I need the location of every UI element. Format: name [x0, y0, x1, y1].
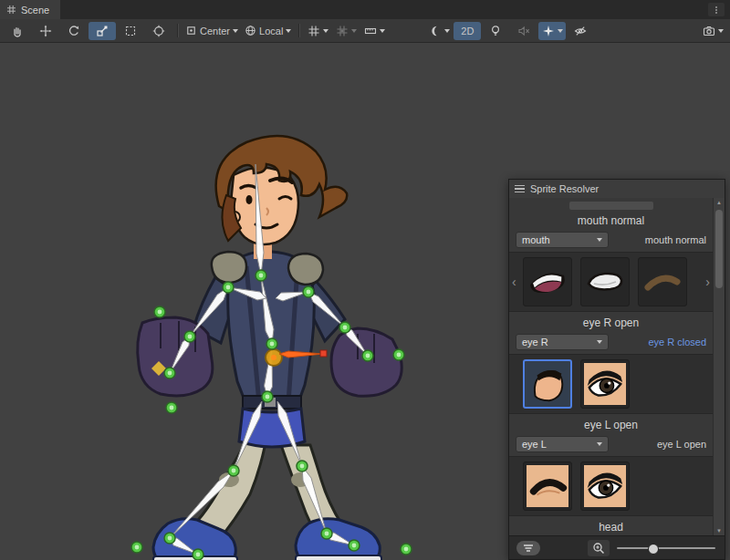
- tab-menu-button[interactable]: [708, 3, 725, 16]
- sprite-resolver-header[interactable]: Sprite Resolver: [509, 180, 725, 199]
- eye-r-selected-link[interactable]: eye R closed: [648, 337, 706, 347]
- toolbar-separator: [298, 24, 299, 37]
- chevron-down-icon: [558, 29, 563, 33]
- shaded-mode-icon: [429, 25, 442, 37]
- rotate-tool-button[interactable]: [60, 22, 88, 40]
- panel-menu-icon: [515, 185, 525, 193]
- rotate-icon: [68, 25, 80, 37]
- scene-lighting-toggle[interactable]: [482, 22, 509, 40]
- eye-l-thumbnail-strip: [509, 456, 713, 516]
- eye-l-open-thumbnail[interactable]: [580, 461, 630, 511]
- rect-tool-icon: [124, 25, 137, 37]
- eye-r-category-dropdown[interactable]: eye R: [516, 334, 609, 350]
- grid-tab-icon: [6, 5, 16, 15]
- scroll-up-icon[interactable]: ▲: [714, 198, 725, 207]
- 2d-mode-label: 2D: [461, 26, 474, 36]
- chevron-down-icon: [597, 238, 602, 242]
- transform-tool-button[interactable]: [145, 22, 172, 40]
- pivot-mode-dropdown[interactable]: Center: [182, 22, 241, 40]
- section-header-head: head: [509, 516, 713, 535]
- scale-icon: [96, 25, 109, 37]
- scrolled-strip-fragment: [569, 202, 653, 210]
- 2d-mode-toggle[interactable]: 2D: [454, 22, 481, 40]
- slider-track[interactable]: [617, 547, 715, 549]
- camera-icon: [703, 25, 715, 37]
- panel-scrollbar[interactable]: ▲ ▼: [713, 198, 725, 535]
- section-header-mouth: mouth normal: [509, 210, 713, 231]
- chevron-down-icon: [718, 29, 724, 33]
- eye-r-open-thumbnail[interactable]: [580, 359, 630, 409]
- tab-scene[interactable]: Scene: [0, 0, 60, 19]
- chevron-down-icon: [351, 29, 357, 33]
- lightbulb-icon: [489, 25, 502, 37]
- scene-audio-toggle[interactable]: [510, 22, 537, 40]
- scrollbar-thumb[interactable]: [715, 210, 723, 288]
- thumbnail-zoom-slider[interactable]: [617, 541, 715, 555]
- eye-l-open-sprite: [584, 465, 626, 507]
- scale-tool-button[interactable]: [89, 22, 116, 40]
- scene-toolbar: Center Local: [0, 19, 730, 43]
- move-tool-button[interactable]: [32, 22, 59, 40]
- pivot-icon: [185, 25, 197, 36]
- sprite-resolver-panel: Sprite Resolver mouth normal mouth mouth…: [508, 179, 725, 560]
- sprite-resolver-content: mouth normal mouth mouth normal ‹: [509, 198, 713, 535]
- section-header-eye-l: eye L open: [509, 414, 713, 435]
- rect-tool-button[interactable]: [117, 22, 144, 40]
- camera-settings-dropdown[interactable]: [699, 22, 726, 40]
- next-arrow-icon[interactable]: ›: [705, 275, 710, 288]
- eye-r-thumbnail-strip: [509, 354, 713, 414]
- effects-dropdown[interactable]: [538, 22, 566, 40]
- scroll-down-icon[interactable]: ▼: [714, 526, 725, 535]
- section-header-eye-r: eye R open: [509, 312, 713, 333]
- eye-l-selected-label: eye L open: [657, 439, 706, 450]
- render-mode-dropdown[interactable]: [425, 22, 453, 40]
- toolbar-separator: [177, 24, 178, 37]
- rotation-mode-dropdown[interactable]: Local: [242, 22, 294, 40]
- eye-r-open-sprite: [584, 363, 626, 405]
- chevron-down-icon: [323, 29, 328, 33]
- grid-icon: [308, 25, 320, 37]
- hand-icon: [11, 25, 24, 37]
- mouth-open-sprite: [526, 260, 569, 304]
- ruler-icon: [364, 25, 377, 37]
- mouth-category-dropdown[interactable]: mouth: [516, 232, 609, 248]
- audio-muted-icon: [517, 25, 530, 37]
- move-icon: [39, 25, 52, 37]
- chevron-down-icon: [233, 29, 238, 33]
- eye-l-closed-thumbnail[interactable]: [523, 461, 572, 511]
- eye-hidden-icon: [574, 25, 587, 37]
- eye-r-closed-thumbnail[interactable]: [523, 359, 572, 409]
- mouth-open-thumbnail[interactable]: [523, 257, 572, 306]
- hidden-objects-toggle[interactable]: [567, 22, 594, 40]
- panel-bottom-bar: [509, 535, 725, 559]
- mouth-smile-sprite: [641, 260, 684, 304]
- pan-tool-button[interactable]: [4, 22, 31, 40]
- filter-button[interactable]: [516, 541, 540, 555]
- grid-visibility-dropdown[interactable]: [304, 22, 331, 40]
- tab-strip: Scene: [0, 0, 730, 19]
- chevron-down-icon: [597, 340, 602, 344]
- chevron-down-icon: [444, 29, 450, 33]
- character-rig-canvas: [110, 111, 438, 560]
- tab-label: Scene: [21, 5, 49, 16]
- snap-settings-dropdown[interactable]: [332, 22, 360, 40]
- more-icon: [712, 5, 721, 15]
- eye-r-closed-sprite: [527, 363, 568, 405]
- eye-l-closed-sprite: [527, 465, 568, 507]
- mouth-thumbnail-strip: ‹ ›: [509, 252, 713, 312]
- chevron-down-icon: [286, 29, 291, 33]
- prev-arrow-icon[interactable]: ‹: [512, 275, 516, 288]
- panel-title: Sprite Resolver: [530, 183, 599, 194]
- slider-handle[interactable]: [648, 544, 659, 555]
- magnifier-plus-icon: [592, 542, 605, 555]
- eye-l-category-dropdown[interactable]: eye L: [516, 436, 609, 452]
- pivot-mode-label: Center: [200, 26, 230, 36]
- mouth-closed-thumbnail[interactable]: [580, 257, 630, 306]
- grid-size-dropdown[interactable]: [360, 22, 388, 40]
- globe-icon: [245, 25, 256, 36]
- mouth-smile-thumbnail[interactable]: [638, 257, 687, 306]
- mouth-closed-sprite: [583, 260, 627, 304]
- zoom-button[interactable]: [588, 540, 610, 556]
- chevron-down-icon: [597, 442, 602, 446]
- transform-icon: [152, 25, 165, 37]
